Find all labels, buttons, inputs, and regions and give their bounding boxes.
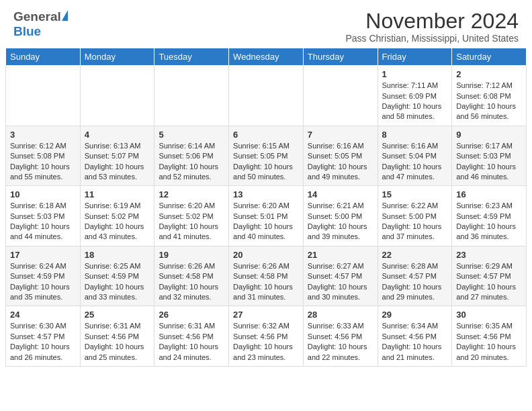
day-number: 4	[85, 130, 150, 140]
day-number: 28	[308, 310, 373, 320]
table-row: 5Sunrise: 6:14 AM Sunset: 5:06 PM Daylig…	[154, 126, 229, 186]
table-row: 26Sunrise: 6:31 AM Sunset: 4:56 PM Dayli…	[154, 306, 229, 367]
logo-triangle-icon	[62, 10, 68, 21]
day-info: Sunrise: 6:18 AM Sunset: 5:03 PM Dayligh…	[10, 201, 76, 242]
day-info: Sunrise: 6:17 AM Sunset: 5:03 PM Dayligh…	[456, 141, 522, 183]
day-info: Sunrise: 6:20 AM Sunset: 5:02 PM Dayligh…	[159, 201, 224, 242]
table-row: 11Sunrise: 6:19 AM Sunset: 5:02 PM Dayli…	[80, 186, 154, 246]
table-row: 3Sunrise: 6:12 AM Sunset: 5:08 PM Daylig…	[6, 126, 81, 186]
table-row: 18Sunrise: 6:25 AM Sunset: 4:59 PM Dayli…	[80, 246, 154, 306]
table-row: 9Sunrise: 6:17 AM Sunset: 5:03 PM Daylig…	[452, 126, 527, 186]
table-row: 29Sunrise: 6:34 AM Sunset: 4:56 PM Dayli…	[378, 306, 452, 367]
day-number: 26	[159, 310, 224, 320]
day-info: Sunrise: 6:34 AM Sunset: 4:56 PM Dayligh…	[382, 321, 448, 363]
table-row: 22Sunrise: 6:28 AM Sunset: 4:57 PM Dayli…	[378, 246, 452, 306]
day-info: Sunrise: 6:31 AM Sunset: 4:56 PM Dayligh…	[85, 321, 150, 363]
day-info: Sunrise: 6:33 AM Sunset: 4:56 PM Dayligh…	[308, 321, 373, 363]
col-wednesday: Wednesday	[229, 48, 304, 66]
day-info: Sunrise: 6:22 AM Sunset: 5:00 PM Dayligh…	[382, 201, 448, 242]
table-row	[6, 66, 81, 126]
day-info: Sunrise: 6:13 AM Sunset: 5:07 PM Dayligh…	[85, 141, 150, 183]
day-info: Sunrise: 6:31 AM Sunset: 4:56 PM Dayligh…	[159, 321, 224, 363]
day-info: Sunrise: 7:12 AM Sunset: 6:08 PM Dayligh…	[456, 81, 522, 122]
day-number: 7	[308, 130, 373, 140]
table-row: 28Sunrise: 6:33 AM Sunset: 4:56 PM Dayli…	[303, 306, 378, 367]
day-info: Sunrise: 6:16 AM Sunset: 5:04 PM Dayligh…	[382, 141, 448, 183]
table-row: 4Sunrise: 6:13 AM Sunset: 5:07 PM Daylig…	[80, 126, 154, 186]
table-row: 10Sunrise: 6:18 AM Sunset: 5:03 PM Dayli…	[6, 186, 81, 246]
day-info: Sunrise: 6:25 AM Sunset: 4:59 PM Dayligh…	[85, 261, 150, 303]
table-row: 19Sunrise: 6:26 AM Sunset: 4:58 PM Dayli…	[154, 246, 229, 306]
day-number: 2	[456, 69, 522, 79]
col-sunday: Sunday	[6, 48, 81, 66]
page-header: General Blue November 2024 Pass Christia…	[0, 0, 532, 48]
table-row: 24Sunrise: 6:30 AM Sunset: 4:57 PM Dayli…	[6, 306, 81, 367]
table-row: 21Sunrise: 6:27 AM Sunset: 4:57 PM Dayli…	[303, 246, 378, 306]
day-info: Sunrise: 6:27 AM Sunset: 4:57 PM Dayligh…	[308, 261, 373, 303]
calendar-header-row: Sunday Monday Tuesday Wednesday Thursday…	[6, 48, 527, 66]
month-title: November 2024	[345, 9, 519, 33]
day-info: Sunrise: 6:30 AM Sunset: 4:57 PM Dayligh…	[10, 321, 76, 363]
day-number: 8	[382, 130, 448, 140]
day-info: Sunrise: 6:16 AM Sunset: 5:05 PM Dayligh…	[308, 141, 373, 183]
table-row	[229, 66, 304, 126]
calendar-week-row: 3Sunrise: 6:12 AM Sunset: 5:08 PM Daylig…	[6, 126, 527, 186]
table-row: 20Sunrise: 6:26 AM Sunset: 4:58 PM Dayli…	[229, 246, 304, 306]
day-number: 24	[10, 310, 76, 320]
calendar-week-row: 10Sunrise: 6:18 AM Sunset: 5:03 PM Dayli…	[6, 186, 527, 246]
day-info: Sunrise: 6:26 AM Sunset: 4:58 PM Dayligh…	[159, 261, 224, 303]
day-number: 9	[456, 130, 522, 140]
calendar-week-row: 17Sunrise: 6:24 AM Sunset: 4:59 PM Dayli…	[6, 246, 527, 306]
day-info: Sunrise: 7:11 AM Sunset: 6:09 PM Dayligh…	[382, 81, 448, 122]
day-info: Sunrise: 6:29 AM Sunset: 4:57 PM Dayligh…	[456, 261, 522, 303]
logo-general: General	[13, 9, 61, 24]
table-row: 16Sunrise: 6:23 AM Sunset: 4:59 PM Dayli…	[452, 186, 527, 246]
day-number: 22	[382, 250, 448, 260]
table-row: 15Sunrise: 6:22 AM Sunset: 5:00 PM Dayli…	[378, 186, 452, 246]
day-info: Sunrise: 6:20 AM Sunset: 5:01 PM Dayligh…	[233, 201, 299, 242]
col-friday: Friday	[378, 48, 452, 66]
table-row: 12Sunrise: 6:20 AM Sunset: 5:02 PM Dayli…	[154, 186, 229, 246]
col-thursday: Thursday	[303, 48, 378, 66]
table-row: 23Sunrise: 6:29 AM Sunset: 4:57 PM Dayli…	[452, 246, 527, 306]
calendar-week-row: 1Sunrise: 7:11 AM Sunset: 6:09 PM Daylig…	[6, 66, 527, 126]
table-row: 8Sunrise: 6:16 AM Sunset: 5:04 PM Daylig…	[378, 126, 452, 186]
day-number: 12	[159, 189, 224, 199]
day-info: Sunrise: 6:21 AM Sunset: 5:00 PM Dayligh…	[308, 201, 373, 242]
day-info: Sunrise: 6:12 AM Sunset: 5:08 PM Dayligh…	[10, 141, 76, 183]
calendar-table: Sunday Monday Tuesday Wednesday Thursday…	[5, 48, 527, 367]
table-row	[80, 66, 154, 126]
table-row: 1Sunrise: 7:11 AM Sunset: 6:09 PM Daylig…	[378, 66, 452, 126]
day-number: 6	[233, 130, 299, 140]
day-info: Sunrise: 6:24 AM Sunset: 4:59 PM Dayligh…	[10, 261, 76, 303]
day-number: 10	[10, 189, 76, 199]
day-number: 27	[233, 310, 299, 320]
day-info: Sunrise: 6:35 AM Sunset: 4:56 PM Dayligh…	[456, 321, 522, 363]
day-number: 11	[85, 189, 150, 199]
calendar-week-row: 24Sunrise: 6:30 AM Sunset: 4:57 PM Dayli…	[6, 306, 527, 367]
day-number: 20	[233, 250, 299, 260]
day-number: 30	[456, 310, 522, 320]
day-info: Sunrise: 6:19 AM Sunset: 5:02 PM Dayligh…	[85, 201, 150, 242]
table-row: 30Sunrise: 6:35 AM Sunset: 4:56 PM Dayli…	[452, 306, 527, 367]
day-number: 16	[456, 189, 522, 199]
day-number: 1	[382, 69, 448, 79]
day-info: Sunrise: 6:15 AM Sunset: 5:05 PM Dayligh…	[233, 141, 299, 183]
day-number: 5	[159, 130, 224, 140]
table-row: 25Sunrise: 6:31 AM Sunset: 4:56 PM Dayli…	[80, 306, 154, 367]
title-block: November 2024 Pass Christian, Mississipp…	[345, 9, 519, 44]
day-number: 17	[10, 250, 76, 260]
table-row: 13Sunrise: 6:20 AM Sunset: 5:01 PM Dayli…	[229, 186, 304, 246]
table-row	[154, 66, 229, 126]
calendar-wrapper: Sunday Monday Tuesday Wednesday Thursday…	[0, 48, 532, 372]
col-tuesday: Tuesday	[154, 48, 229, 66]
table-row: 14Sunrise: 6:21 AM Sunset: 5:00 PM Dayli…	[303, 186, 378, 246]
table-row	[303, 66, 378, 126]
day-number: 25	[85, 310, 150, 320]
table-row: 7Sunrise: 6:16 AM Sunset: 5:05 PM Daylig…	[303, 126, 378, 186]
day-info: Sunrise: 6:14 AM Sunset: 5:06 PM Dayligh…	[159, 141, 224, 183]
col-saturday: Saturday	[452, 48, 527, 66]
day-info: Sunrise: 6:23 AM Sunset: 4:59 PM Dayligh…	[456, 201, 522, 242]
day-info: Sunrise: 6:32 AM Sunset: 4:56 PM Dayligh…	[233, 321, 299, 363]
day-number: 13	[233, 189, 299, 199]
